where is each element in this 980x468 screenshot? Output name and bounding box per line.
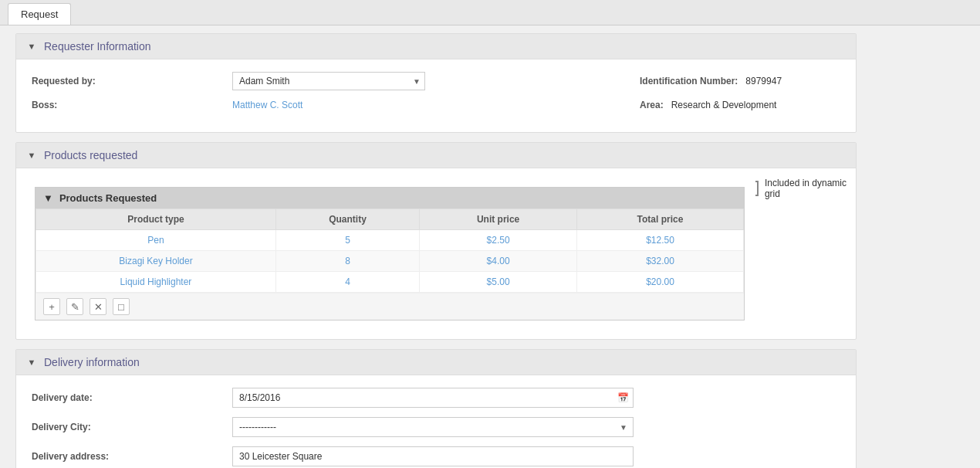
products-outer-wrapper: ▼ Products Requested Product type Quanti… (25, 178, 847, 330)
products-section-title: Products requested (44, 149, 137, 161)
delivery-date-row: Delivery date: 📅 (32, 388, 840, 408)
col-quantity: Quantity (275, 209, 419, 230)
delivery-date-field: 📅 (232, 388, 840, 408)
cell-quantity: 8 (275, 251, 419, 272)
identification-group: Identification Number: 8979947 (640, 76, 840, 86)
request-tab[interactable]: Request (8, 3, 71, 25)
cell-unit_price: $4.00 (420, 251, 577, 272)
table-actions: + ✎ ✕ □ (35, 293, 744, 320)
boss-label: Boss: (32, 100, 232, 110)
requested-by-select-wrapper: Adam Smith ▼ (232, 72, 425, 90)
cell-product: Bizagi Key Holder (36, 251, 276, 272)
cell-unit_price: $2.50 (420, 230, 577, 251)
add-row-button[interactable]: + (43, 298, 60, 315)
delivery-section: ▼ Delivery information Delivery date: 📅 … (15, 349, 857, 468)
delivery-address-row: Delivery address: (32, 446, 840, 466)
products-section-body: ▼ Products Requested Product type Quanti… (16, 168, 856, 339)
delivery-chevron[interactable]: ▼ (25, 356, 38, 368)
delivery-date-label: Delivery date: (32, 392, 232, 403)
products-inner-chevron[interactable]: ▼ (43, 192, 53, 204)
tab-bar: Request (0, 0, 980, 25)
requested-by-field: Adam Smith ▼ (232, 72, 640, 90)
delivery-city-row: Delivery City: ------------ ▼ (32, 417, 840, 437)
date-wrapper: 📅 (232, 388, 634, 408)
requested-by-select[interactable]: Adam Smith (232, 72, 425, 90)
annotation-area: Included in dynamic grid (755, 178, 847, 199)
table-row: Pen5$2.50$12.50 (36, 230, 744, 251)
cell-quantity: 5 (275, 230, 419, 251)
area-label: Area: (640, 100, 664, 110)
products-table: Product type Quantity Unit price Total p… (35, 209, 744, 293)
cell-total_price: $12.50 (577, 230, 744, 251)
products-inner-title: Products Requested (59, 192, 157, 204)
products-grid-wrapper: ▼ Products Requested Product type Quanti… (25, 178, 754, 330)
area-group: Area: Research & Development (640, 100, 840, 110)
cell-product: Liquid Highlighter (36, 272, 276, 293)
main-content: ▼ Requester Information Requested by: Ad… (0, 25, 872, 468)
table-row: Bizagi Key Holder8$4.00$32.00 (36, 251, 744, 272)
requester-section: ▼ Requester Information Requested by: Ad… (15, 33, 857, 133)
requester-section-body: Requested by: Adam Smith ▼ Identificatio… (16, 59, 856, 132)
boss-row: Boss: Matthew C. Scott Area: Research & … (32, 100, 840, 110)
requested-by-row: Requested by: Adam Smith ▼ Identificatio… (32, 72, 840, 90)
cell-total_price: $20.00 (577, 272, 744, 293)
products-inner: ▼ Products Requested Product type Quanti… (35, 187, 745, 320)
cell-quantity: 4 (275, 272, 419, 293)
requested-by-label: Requested by: (32, 76, 232, 86)
identification-label: Identification Number: (640, 76, 738, 86)
app-container: Request ▼ Requester Information Requeste… (0, 0, 980, 468)
requester-section-title: Requester Information (44, 40, 151, 53)
products-chevron[interactable]: ▼ (25, 149, 38, 161)
annotation-text: Included in dynamic grid (759, 178, 847, 199)
col-total-price: Total price (577, 209, 744, 230)
delivery-section-body: Delivery date: 📅 Delivery City: ------- (16, 375, 856, 468)
delivery-city-label: Delivery City: (32, 422, 232, 432)
area-value: Research & Development (671, 100, 777, 110)
cell-unit_price: $5.00 (420, 272, 577, 293)
delivery-date-input[interactable] (232, 388, 634, 408)
cell-product: Pen (36, 230, 276, 251)
products-section: ▼ Products requested ▼ Products Requeste… (15, 142, 857, 340)
delivery-section-header: ▼ Delivery information (16, 350, 856, 375)
col-product-type: Product type (36, 209, 276, 230)
delivery-address-input[interactable] (232, 446, 634, 466)
delivery-section-title: Delivery information (44, 356, 140, 368)
delivery-city-select-wrapper: ------------ ▼ (232, 417, 634, 437)
products-inner-header: ▼ Products Requested (35, 188, 744, 209)
delivery-address-label: Delivery address: (32, 451, 232, 462)
delivery-city-field: ------------ ▼ (232, 417, 840, 437)
boss-value[interactable]: Matthew C. Scott (232, 100, 640, 110)
requester-chevron[interactable]: ▼ (25, 40, 38, 53)
copy-row-button[interactable]: □ (113, 298, 130, 315)
edit-row-button[interactable]: ✎ (66, 298, 83, 315)
table-row: Liquid Highlighter4$5.00$20.00 (36, 272, 744, 293)
products-section-header: ▼ Products requested (16, 143, 856, 168)
identification-value: 8979947 (745, 76, 782, 86)
requester-section-header: ▼ Requester Information (16, 34, 856, 59)
delivery-address-field (232, 446, 840, 466)
cell-total_price: $32.00 (577, 251, 744, 272)
delete-row-button[interactable]: ✕ (90, 298, 106, 315)
delivery-city-select[interactable]: ------------ (232, 417, 634, 437)
col-unit-price: Unit price (420, 209, 577, 230)
